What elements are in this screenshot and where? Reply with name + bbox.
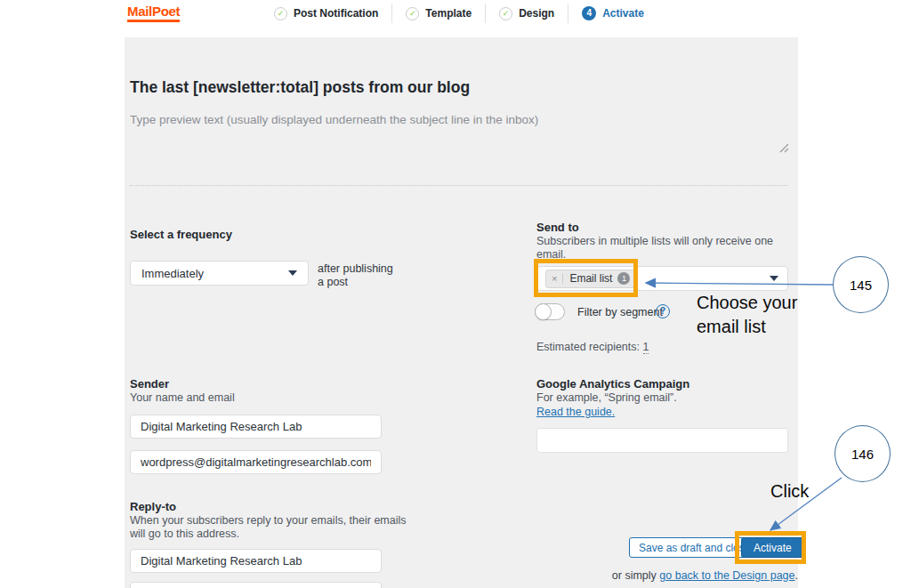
toggle-knob	[535, 303, 552, 320]
send-to-hint: Subscribers in multiple lists will only …	[536, 235, 803, 262]
email-list-tag-label: Email list	[563, 272, 617, 285]
design-page-link[interactable]: go back to the Design page	[659, 569, 794, 582]
frequency-select[interactable]: Immediately	[130, 261, 309, 286]
step-label: Activate	[602, 7, 644, 20]
section-divider	[130, 185, 788, 186]
top-header: MailPoet ✓ Post Notification ✓ Template …	[0, 0, 911, 37]
annotation-label-click: Click	[770, 481, 809, 502]
check-icon: ✓	[274, 7, 287, 20]
estimated-label: Estimated recipients:	[536, 341, 640, 353]
step-activate[interactable]: 4 Activate	[568, 4, 657, 23]
check-icon: ✓	[406, 7, 419, 20]
chevron-down-icon	[770, 276, 778, 281]
estimated-value[interactable]: 1	[643, 341, 649, 354]
filter-segment-toggle[interactable]	[535, 303, 565, 320]
ga-hint: For example, “Spring email”.	[536, 391, 677, 405]
check-icon: ✓	[499, 7, 512, 20]
go-back-line: or simply go back to the Design page.	[480, 569, 798, 582]
remove-list-icon[interactable]: ×	[546, 273, 563, 284]
step-design[interactable]: ✓ Design	[485, 4, 568, 23]
ga-label: Google Analytics Campaign	[536, 377, 689, 391]
sender-label: Sender	[130, 377, 169, 391]
step-post-notification[interactable]: ✓ Post Notification	[261, 4, 391, 23]
read-guide-link[interactable]: Read the guide.	[536, 406, 615, 419]
help-icon[interactable]: ?	[656, 304, 670, 318]
step-number-badge: 4	[582, 6, 596, 20]
send-to-label: Send to	[536, 221, 579, 234]
activate-button[interactable]: Activate	[741, 537, 804, 558]
resize-handle-icon[interactable]	[779, 141, 789, 157]
frequency-label: Select a frequency	[130, 228, 232, 241]
reply-to-email-field[interactable]	[130, 582, 382, 588]
estimated-recipients: Estimated recipients: 1	[536, 341, 649, 353]
period-text: .	[795, 569, 798, 582]
step-label: Design	[519, 7, 554, 20]
subject-line: The last [newsletter:total] posts from o…	[130, 78, 770, 97]
sender-hint: Your name and email	[130, 391, 235, 405]
annotation-label-choose-email-list: Choose your email list	[697, 291, 818, 339]
reply-to-hint: When your subscribers reply to your emai…	[130, 514, 413, 541]
step-label: Post Notification	[294, 7, 378, 20]
reply-to-name-field[interactable]	[130, 549, 382, 573]
email-list-tag: × Email list 1	[545, 270, 635, 288]
list-count-badge: 1	[617, 272, 630, 285]
annotation-circle-146: 146	[834, 425, 891, 482]
preview-text-input[interactable]	[130, 113, 781, 168]
chevron-down-icon	[288, 270, 297, 276]
frequency-value: Immediately	[141, 267, 204, 280]
send-to-select[interactable]: × Email list 1	[536, 266, 788, 291]
mailpoet-logo[interactable]: MailPoet	[127, 4, 180, 22]
step-template[interactable]: ✓ Template	[391, 4, 485, 23]
reply-to-label: Reply-to	[130, 500, 176, 513]
wizard-steps: ✓ Post Notification ✓ Template ✓ Design …	[261, 2, 657, 25]
annotation-circle-145: 145	[833, 256, 889, 313]
step-label: Template	[425, 7, 472, 20]
filter-segment-label: Filter by segment	[577, 306, 663, 319]
frequency-suffix: after publishing a post	[318, 262, 402, 289]
ga-campaign-field[interactable]	[536, 428, 788, 453]
or-simply-text: or simply	[612, 569, 657, 582]
sender-name-field[interactable]	[130, 415, 382, 439]
sender-email-field[interactable]	[130, 450, 382, 474]
